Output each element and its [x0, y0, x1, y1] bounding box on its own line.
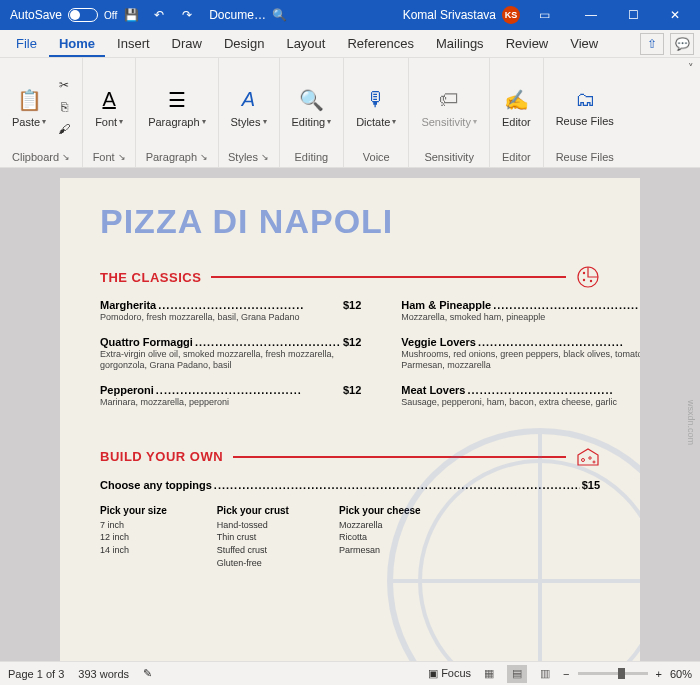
editing-label: Editing — [295, 151, 329, 163]
tab-home[interactable]: Home — [49, 32, 105, 57]
share-button[interactable]: ⇧ — [640, 33, 664, 55]
tab-view[interactable]: View — [560, 32, 608, 57]
avatar: KS — [502, 6, 520, 24]
document-title: Docume… — [209, 8, 266, 22]
watermark: wsxdn.com — [686, 400, 696, 445]
paragraph-label: Paragraph — [146, 151, 197, 163]
svg-point-6 — [583, 279, 585, 281]
group-styles: AStyles▾ Styles↘ — [219, 58, 280, 167]
voice-label: Voice — [363, 151, 390, 163]
group-reuse: 🗂Reuse Files Reuse Files — [544, 58, 626, 167]
focus-mode[interactable]: ▣ Focus — [428, 667, 471, 680]
byo-column: Pick your crustHand-tossedThin crustStuf… — [217, 505, 289, 569]
menu-title: PIZZA DI NAPOLI — [100, 202, 600, 241]
autosave-state: Off — [104, 10, 117, 21]
editor-icon: ✍ — [502, 86, 530, 114]
group-editing: 🔍Editing▾ Editing — [280, 58, 345, 167]
editor-button[interactable]: ✍Editor — [498, 84, 535, 130]
ribbon-options-icon[interactable]: ▭ — [530, 0, 558, 30]
editing-button[interactable]: 🔍Editing▾ — [288, 84, 336, 130]
group-voice: 🎙Dictate▾ Voice — [344, 58, 409, 167]
sensitivity-label: Sensitivity — [424, 151, 474, 163]
save-icon[interactable]: 💾 — [117, 0, 145, 30]
tab-file[interactable]: File — [6, 32, 47, 57]
comments-button[interactable]: 💬 — [670, 33, 694, 55]
launcher-icon[interactable]: ↘ — [261, 152, 269, 162]
paragraph-icon: ☰ — [163, 86, 191, 114]
styles-icon: A — [235, 86, 263, 114]
byo-column: Pick your size7 inch12 inch14 inch — [100, 505, 167, 569]
font-label: Font — [93, 151, 115, 163]
tab-references[interactable]: References — [337, 32, 423, 57]
styles-button[interactable]: AStyles▾ — [227, 84, 271, 130]
word-count[interactable]: 393 words — [78, 668, 129, 680]
document-area[interactable]: PIZZA DI NAPOLI THE CLASSICS Margherita … — [0, 168, 700, 661]
user-account[interactable]: Komal Srivastava KS — [403, 6, 520, 24]
svg-point-5 — [583, 272, 585, 274]
print-layout-icon[interactable]: ▤ — [507, 665, 527, 683]
paragraph-button[interactable]: ☰Paragraph▾ — [144, 84, 209, 130]
format-painter-icon[interactable]: 🖌 — [54, 119, 74, 139]
dictate-button[interactable]: 🎙Dictate▾ — [352, 84, 400, 130]
zoom-slider[interactable] — [578, 672, 648, 675]
paste-button[interactable]: 📋 Paste▾ — [8, 84, 50, 130]
web-layout-icon[interactable]: ▥ — [535, 665, 555, 683]
page-number[interactable]: Page 1 of 3 — [8, 668, 64, 680]
mic-icon: 🎙 — [362, 86, 390, 114]
document-page[interactable]: PIZZA DI NAPOLI THE CLASSICS Margherita … — [60, 178, 640, 661]
group-font: AFont▾ Font↘ — [83, 58, 136, 167]
tab-layout[interactable]: Layout — [276, 32, 335, 57]
tab-mailings[interactable]: Mailings — [426, 32, 494, 57]
reuse-label: Reuse Files — [556, 151, 614, 163]
user-name: Komal Srivastava — [403, 8, 496, 22]
search-icon[interactable]: 🔍 — [266, 0, 294, 30]
menu-item: Quattro Formaggi .......................… — [100, 336, 361, 372]
clipboard-label: Clipboard — [12, 151, 59, 163]
reuse-files-button[interactable]: 🗂Reuse Files — [552, 83, 618, 129]
launcher-icon[interactable]: ↘ — [118, 152, 126, 162]
collapse-ribbon-icon[interactable]: ˅ — [688, 62, 694, 75]
svg-point-7 — [590, 280, 592, 282]
zoom-level[interactable]: 60% — [670, 668, 692, 680]
font-button[interactable]: AFont▾ — [91, 84, 127, 130]
tab-review[interactable]: Review — [496, 32, 559, 57]
launcher-icon[interactable]: ↘ — [200, 152, 208, 162]
svg-point-1 — [420, 461, 640, 661]
read-mode-icon[interactable]: ▦ — [479, 665, 499, 683]
sensitivity-icon: 🏷 — [435, 86, 463, 114]
spellcheck-icon[interactable]: ✎ — [143, 667, 152, 680]
tab-insert[interactable]: Insert — [107, 32, 160, 57]
launcher-icon[interactable]: ↘ — [62, 152, 70, 162]
autosave-toggle[interactable]: AutoSave Off — [10, 8, 117, 22]
group-editor: ✍Editor Editor — [490, 58, 544, 167]
font-icon: A — [95, 86, 123, 114]
menu-item: Veggie Lovers ..........................… — [401, 336, 640, 372]
tab-design[interactable]: Design — [214, 32, 274, 57]
zoom-out-icon[interactable]: − — [563, 668, 569, 680]
toggle-switch[interactable] — [68, 8, 98, 22]
sensitivity-button[interactable]: 🏷Sensitivity▾ — [417, 84, 481, 130]
redo-icon[interactable]: ↷ — [173, 0, 201, 30]
ribbon: 📋 Paste▾ ✂ ⎘ 🖌 Clipboard↘ AFont▾ Font↘ ☰… — [0, 58, 700, 168]
undo-icon[interactable]: ↶ — [145, 0, 173, 30]
tab-draw[interactable]: Draw — [162, 32, 212, 57]
section-classics: THE CLASSICS — [100, 265, 600, 289]
menu-item: Pepperoni ..............................… — [100, 384, 361, 409]
menu-item: Meat Lovers ............................… — [401, 384, 640, 409]
title-bar: AutoSave Off 💾 ↶ ↷ Docume… 🔍 Komal Sriva… — [0, 0, 700, 30]
zoom-in-icon[interactable]: + — [656, 668, 662, 680]
copy-icon[interactable]: ⎘ — [54, 97, 74, 117]
pizza-slice-icon — [576, 265, 600, 289]
maximize-button[interactable]: ☐ — [612, 0, 654, 30]
cut-icon[interactable]: ✂ — [54, 75, 74, 95]
close-button[interactable]: ✕ — [654, 0, 696, 30]
reuse-icon: 🗂 — [571, 85, 599, 113]
minimize-button[interactable]: — — [570, 0, 612, 30]
classics-columns: Margherita .............................… — [100, 299, 600, 421]
status-bar: Page 1 of 3 393 words ✎ ▣ Focus ▦ ▤ ▥ − … — [0, 661, 700, 685]
styles-label: Styles — [228, 151, 258, 163]
paste-icon: 📋 — [15, 86, 43, 114]
group-sensitivity: 🏷Sensitivity▾ Sensitivity — [409, 58, 490, 167]
menu-item: Margherita .............................… — [100, 299, 361, 324]
editing-icon: 🔍 — [297, 86, 325, 114]
